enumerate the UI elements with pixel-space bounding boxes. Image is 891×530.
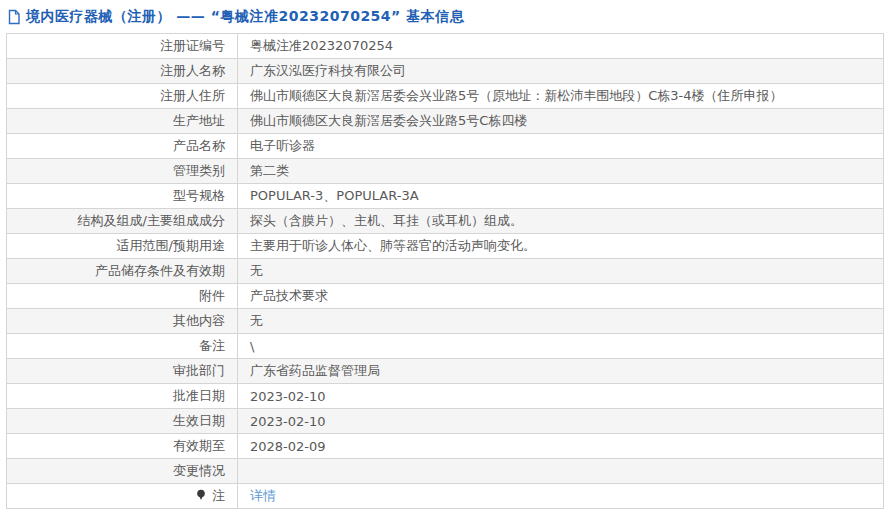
row-value: \	[250, 339, 254, 354]
row-label: 有效期至	[173, 438, 225, 453]
table-row: 注册人住所 佛山市顺德区大良新滘居委会兴业路5号（原地址：新松沛丰围地段）C栋3…	[7, 84, 884, 109]
row-value: 探头（含膜片）、主机、耳挂（或耳机）组成。	[250, 213, 523, 228]
row-label: 产品名称	[173, 138, 225, 153]
row-value-cell: 无	[238, 259, 884, 284]
row-value: 广东省药品监督管理局	[250, 363, 380, 378]
table-row: 生产地址 佛山市顺德区大良新滘居委会兴业路5号C栋四楼	[7, 109, 884, 134]
row-label-cell: 型号规格	[7, 184, 238, 209]
page-header: 境内医疗器械（注册） —— “粤械注准20232070254” 基本信息	[0, 0, 891, 33]
row-value-cell	[238, 459, 884, 484]
row-value: 无	[250, 263, 263, 278]
row-value-cell: 探头（含膜片）、主机、耳挂（或耳机）组成。	[238, 209, 884, 234]
details-link[interactable]: 详情	[250, 488, 276, 503]
row-label-cell: 产品名称	[7, 134, 238, 159]
row-value: 2023-02-10	[250, 414, 326, 429]
table-row: 审批部门 广东省药品监督管理局	[7, 359, 884, 384]
row-label-cell: 注册证编号	[7, 34, 238, 59]
row-label: 型号规格	[173, 188, 225, 203]
table-row: 附件 产品技术要求	[7, 284, 884, 309]
row-label: 生产地址	[173, 113, 225, 128]
row-label: 结构及组成/主要组成成分	[78, 213, 225, 228]
table-row: 注 详情	[7, 484, 884, 509]
row-value: 电子听诊器	[250, 138, 315, 153]
registration-info-table: 注册证编号 粤械注准20232070254 注册人名称 广东汉泓医疗科技有限公司…	[6, 33, 884, 509]
row-label-cell: 注册人住所	[7, 84, 238, 109]
row-value-cell: POPULAR-3、POPULAR-3A	[238, 184, 884, 209]
row-value-cell: 主要用于听诊人体心、肺等器官的活动声响变化。	[238, 234, 884, 259]
row-label-cell: 生效日期	[7, 409, 238, 434]
row-label-cell: 产品储存条件及有效期	[7, 259, 238, 284]
row-value: 第二类	[250, 163, 289, 178]
row-label: 注册人住所	[160, 88, 225, 103]
row-label-cell: 注	[7, 484, 238, 509]
row-label-cell: 管理类别	[7, 159, 238, 184]
row-value-cell: 粤械注准20232070254	[238, 34, 884, 59]
table-row: 产品名称 电子听诊器	[7, 134, 884, 159]
note-icon	[196, 489, 206, 501]
row-value: 佛山市顺德区大良新滘居委会兴业路5号C栋四楼	[250, 113, 527, 128]
row-value: 2023-02-10	[250, 389, 326, 404]
row-label-cell: 附件	[7, 284, 238, 309]
row-label-cell: 生产地址	[7, 109, 238, 134]
row-label: 附件	[199, 288, 225, 303]
table-row: 管理类别 第二类	[7, 159, 884, 184]
row-value-cell: 第二类	[238, 159, 884, 184]
row-label: 注	[212, 488, 225, 503]
row-label: 注册证编号	[160, 38, 225, 53]
row-label: 变更情况	[173, 463, 225, 478]
row-label: 备注	[199, 338, 225, 353]
row-label: 批准日期	[173, 388, 225, 403]
table-row: 批准日期 2023-02-10	[7, 384, 884, 409]
row-label: 生效日期	[173, 413, 225, 428]
row-value: 2028-02-09	[250, 439, 326, 454]
row-value-cell: 产品技术要求	[238, 284, 884, 309]
row-label-cell: 审批部门	[7, 359, 238, 384]
row-label: 注册人名称	[160, 63, 225, 78]
row-label: 适用范围/预期用途	[117, 238, 225, 253]
document-icon	[7, 9, 21, 25]
table-row: 结构及组成/主要组成成分 探头（含膜片）、主机、耳挂（或耳机）组成。	[7, 209, 884, 234]
row-value-cell: 2023-02-10	[238, 384, 884, 409]
row-value-cell: 佛山市顺德区大良新滘居委会兴业路5号（原地址：新松沛丰围地段）C栋3-4楼（住所…	[238, 84, 884, 109]
row-label-cell: 适用范围/预期用途	[7, 234, 238, 259]
row-value-cell: 2023-02-10	[238, 409, 884, 434]
table-row: 生效日期 2023-02-10	[7, 409, 884, 434]
table-row: 其他内容 无	[7, 309, 884, 334]
table-row: 注册人名称 广东汉泓医疗科技有限公司	[7, 59, 884, 84]
table-row: 型号规格 POPULAR-3、POPULAR-3A	[7, 184, 884, 209]
table-row: 注册证编号 粤械注准20232070254	[7, 34, 884, 59]
row-value-cell: 详情	[238, 484, 884, 509]
row-value: 佛山市顺德区大良新滘居委会兴业路5号（原地址：新松沛丰围地段）C栋3-4楼（住所…	[250, 88, 783, 103]
row-value-cell: 2028-02-09	[238, 434, 884, 459]
page-title: 境内医疗器械（注册） —— “粤械注准20232070254” 基本信息	[26, 8, 464, 26]
row-label: 审批部门	[173, 363, 225, 378]
row-label-cell: 有效期至	[7, 434, 238, 459]
row-value-cell: 广东汉泓医疗科技有限公司	[238, 59, 884, 84]
row-label-cell: 备注	[7, 334, 238, 359]
row-value: 无	[250, 313, 263, 328]
row-value: 主要用于听诊人体心、肺等器官的活动声响变化。	[250, 238, 536, 253]
row-value-cell: 广东省药品监督管理局	[238, 359, 884, 384]
row-value: 广东汉泓医疗科技有限公司	[250, 63, 406, 78]
row-label: 管理类别	[173, 163, 225, 178]
row-value-cell: 无	[238, 309, 884, 334]
row-label: 产品储存条件及有效期	[95, 263, 225, 278]
row-value-cell: 电子听诊器	[238, 134, 884, 159]
table-row: 备注 \	[7, 334, 884, 359]
row-label-cell: 注册人名称	[7, 59, 238, 84]
row-label-cell: 批准日期	[7, 384, 238, 409]
row-value: POPULAR-3、POPULAR-3A	[250, 188, 419, 203]
row-value: 粤械注准20232070254	[250, 38, 393, 53]
row-value: 产品技术要求	[250, 288, 328, 303]
row-label: 其他内容	[173, 313, 225, 328]
table-row: 产品储存条件及有效期 无	[7, 259, 884, 284]
row-label-cell: 结构及组成/主要组成成分	[7, 209, 238, 234]
row-value-cell: 佛山市顺德区大良新滘居委会兴业路5号C栋四楼	[238, 109, 884, 134]
row-value-cell: \	[238, 334, 884, 359]
row-label-cell: 变更情况	[7, 459, 238, 484]
table-row: 适用范围/预期用途 主要用于听诊人体心、肺等器官的活动声响变化。	[7, 234, 884, 259]
table-row: 有效期至 2028-02-09	[7, 434, 884, 459]
row-label-cell: 其他内容	[7, 309, 238, 334]
table-row: 变更情况	[7, 459, 884, 484]
